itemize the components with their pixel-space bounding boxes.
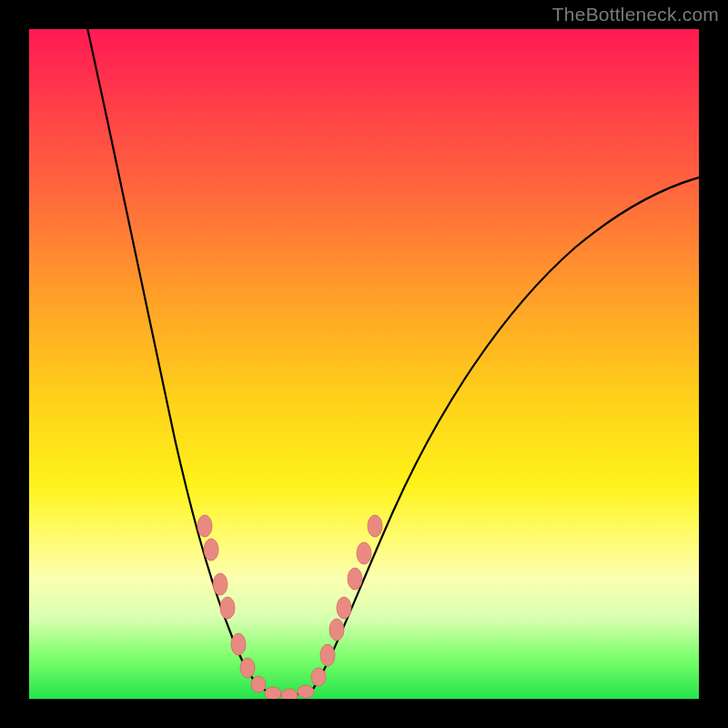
svg-point-2	[213, 573, 228, 595]
svg-point-14	[348, 568, 362, 590]
svg-point-12	[329, 619, 344, 641]
svg-point-9	[298, 685, 314, 698]
svg-point-6	[251, 676, 266, 693]
curve-right	[313, 177, 699, 689]
svg-point-5	[240, 658, 255, 678]
curve-layer	[29, 29, 699, 699]
datapoint-markers	[197, 515, 382, 699]
svg-point-8	[281, 689, 298, 699]
watermark-label: TheBottleneck.com	[552, 4, 719, 25]
svg-point-1	[204, 539, 218, 561]
svg-point-0	[197, 515, 212, 537]
plot-area	[29, 29, 699, 699]
svg-point-16	[368, 515, 382, 537]
svg-point-10	[311, 668, 326, 686]
svg-point-4	[231, 633, 246, 655]
curve-left	[84, 29, 262, 689]
svg-point-13	[337, 597, 351, 619]
svg-point-3	[220, 597, 235, 619]
chart-root: TheBottleneck.com	[0, 0, 728, 728]
svg-point-7	[265, 687, 281, 699]
svg-point-11	[320, 644, 335, 666]
svg-point-15	[357, 542, 371, 564]
